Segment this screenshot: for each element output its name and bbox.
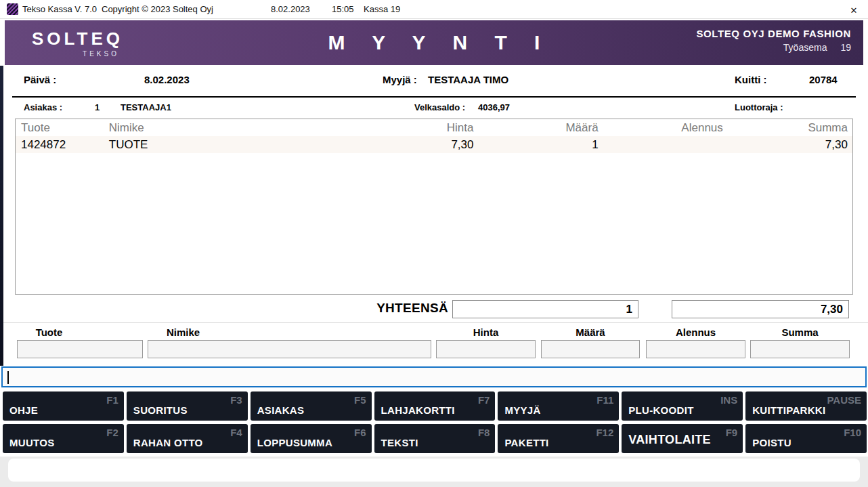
fkey-badge: F9 [726, 427, 738, 438]
fkey-badge: F12 [596, 427, 613, 438]
seller-label: Myyjä : [383, 74, 417, 85]
kuittiparkki-button[interactable]: KUITTIPARKKI PAUSE [745, 391, 867, 421]
workstation-info: Työasema 19 [696, 42, 851, 53]
suoritus-button[interactable]: SUORITUS F3 [127, 391, 248, 421]
button-label: POISTU [752, 437, 791, 448]
sale-lines-table[interactable]: Tuote Nimike Hinta Määrä Alennus Summa 1… [15, 119, 853, 295]
entry-label-tuote: Tuote [17, 326, 81, 338]
col-header-hinta: Hinta [355, 121, 479, 135]
window-title: Tekso Kassa V. 7.0 [22, 4, 97, 14]
function-keys-row1: OHJE F1 SUORITUS F3 ASIAKAS F5 LAHJAKORT… [3, 391, 867, 421]
receipt-label: Kuitti : [735, 74, 766, 85]
function-keys-row2: MUUTOS F2 RAHAN OTTO F4 LOPPUSUMMA F6 TE… [3, 424, 867, 453]
plu-koodit-button[interactable]: PLU-KOODIT INS [622, 391, 743, 421]
loppusumma-button[interactable]: LOPPUSUMMA F6 [251, 424, 372, 453]
close-button[interactable]: ✕ [845, 1, 863, 18]
button-label: LOPPUSUMMA [257, 437, 332, 448]
button-label: TEKSTI [381, 437, 418, 448]
entry-row: Tuote Nimike Hinta Määrä Alennus Summa [0, 322, 868, 362]
titlebar-register: Kassa 19 [364, 4, 400, 14]
fkey-badge: F1 [106, 394, 118, 406]
entry-label-nimike: Nimike [148, 326, 219, 338]
fkey-badge: F8 [478, 427, 490, 438]
app-icon [7, 3, 18, 15]
entry-input-maara[interactable] [541, 340, 640, 358]
button-label: MUUTOS [9, 437, 55, 448]
rahan-otto-button[interactable]: RAHAN OTTO F4 [127, 424, 248, 453]
close-icon: ✕ [850, 5, 858, 16]
myyja-button[interactable]: MYYJÄ F11 [498, 391, 619, 421]
fkey-badge: F4 [230, 427, 242, 438]
button-label: VAIHTOLAITE [628, 433, 711, 447]
command-input[interactable] [1, 366, 867, 387]
button-label: RAHAN OTTO [133, 437, 203, 448]
ohje-button[interactable]: OHJE F1 [3, 391, 124, 421]
entry-label-summa: Summa [750, 326, 850, 338]
fkey-badge: INS [720, 394, 737, 406]
entry-input-summa[interactable] [750, 340, 850, 358]
totals-bar: YHTEENSÄ 1 7,30 [0, 295, 868, 322]
bottom-status-area [0, 457, 868, 487]
window-edge-decoration [0, 66, 3, 366]
button-label: KUITTIPARKKI [752, 404, 825, 416]
entry-input-hinta[interactable] [436, 340, 536, 358]
customer-label: Asiakas : [24, 102, 62, 112]
cell-maara: 1 [478, 138, 603, 152]
titlebar-time: 15:05 [332, 4, 354, 14]
entry-label-hinta: Hinta [436, 326, 536, 338]
seller-value: TESTAAJA TIMO [428, 74, 508, 85]
fkey-badge: F3 [230, 394, 242, 406]
total-sum-box: 7,30 [672, 300, 849, 318]
button-label: PLU-KOODIT [628, 404, 693, 416]
col-header-tuote: Tuote [16, 121, 104, 135]
poistu-button[interactable]: POISTU F10 [745, 424, 867, 453]
cell-hinta: 7,30 [355, 138, 479, 152]
balance-value: 4036,97 [478, 102, 510, 112]
cell-tuote: 1424872 [16, 138, 104, 152]
entry-label-alennus: Alennus [646, 326, 745, 338]
button-label: ASIAKAS [257, 404, 305, 416]
paketti-button[interactable]: PAKETTI F12 [498, 424, 619, 453]
command-input-wrap [1, 366, 867, 387]
entry-input-alennus[interactable] [646, 340, 745, 358]
store-name: SOLTEQ OYJ DEMO FASHION [696, 28, 851, 39]
fkey-badge: F2 [106, 427, 118, 438]
customer-number: 1 [95, 102, 100, 112]
button-label: LAHJAKORTTI [381, 404, 455, 416]
entry-input-nimike[interactable] [148, 340, 431, 358]
fkey-badge: F10 [844, 427, 861, 438]
entry-input-tuote[interactable] [17, 340, 143, 358]
balance-label: Velkasaldo : [414, 102, 465, 112]
col-header-alennus: Alennus [603, 121, 728, 135]
table-row[interactable]: 1424872 TUOTE 7,30 1 7,30 [16, 136, 852, 153]
table-header-row: Tuote Nimike Hinta Määrä Alennus Summa [16, 119, 852, 136]
status-bar [8, 459, 860, 482]
workstation-number: 19 [840, 42, 851, 53]
customer-bar: Asiakas : 1 TESTAAJA1 Velkasaldo : 4036,… [0, 98, 868, 119]
info-bar: Päivä : 8.02.2023 Myyjä : TESTAAJA TIMO … [0, 65, 868, 96]
cell-nimike: TUOTE [104, 138, 355, 152]
entry-label-maara: Määrä [541, 326, 640, 338]
fkey-badge: PAUSE [827, 394, 861, 406]
muutos-button[interactable]: MUUTOS F2 [3, 424, 124, 453]
vaihtolaite-button[interactable]: VAIHTOLAITE F9 [622, 424, 743, 453]
fkey-badge: F6 [354, 427, 366, 438]
button-label: SUORITUS [133, 404, 188, 416]
button-label: OHJE [9, 404, 38, 416]
total-quantity-box: 1 [452, 300, 638, 318]
teksti-button[interactable]: TEKSTI F8 [374, 424, 496, 453]
col-header-maara: Määrä [478, 121, 603, 135]
copyright-text: Copyright © 2023 Solteq Oyj [102, 4, 213, 14]
col-header-summa: Summa [728, 121, 852, 135]
asiakas-button[interactable]: ASIAKAS F5 [251, 391, 372, 421]
titlebar-date: 8.02.2023 [271, 4, 310, 14]
lahjakortti-button[interactable]: LAHJAKORTTI F7 [374, 391, 496, 421]
date-value: 8.02.2023 [144, 74, 190, 85]
customer-name: TESTAAJA1 [121, 102, 171, 112]
workstation-label: Työasema [783, 42, 827, 53]
button-label: MYYJÄ [504, 404, 540, 416]
fkey-badge: F11 [596, 394, 613, 406]
col-header-nimike: Nimike [104, 121, 355, 135]
cell-summa: 7,30 [728, 138, 852, 152]
totals-label: YHTEENSÄ [335, 301, 448, 316]
